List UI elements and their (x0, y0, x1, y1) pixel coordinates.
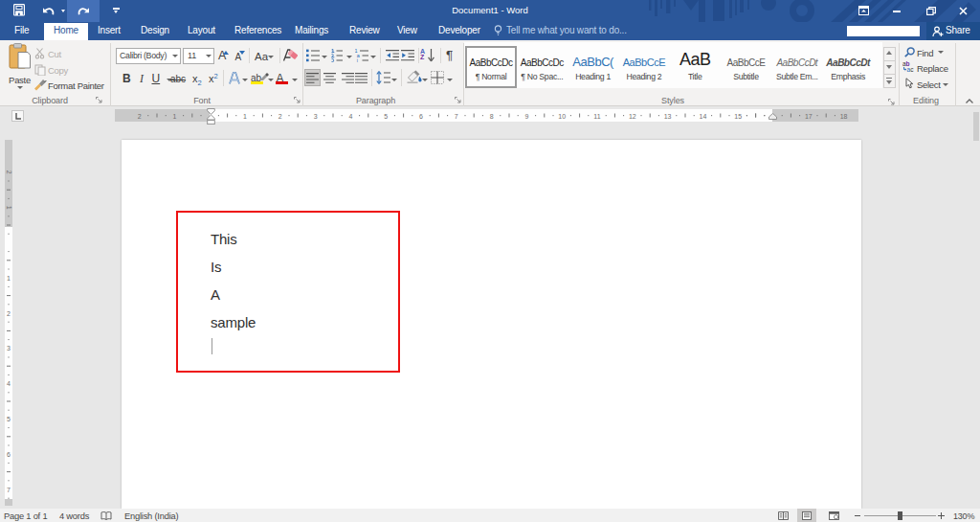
svg-text:2: 2 (138, 113, 142, 120)
svg-text:2: 2 (7, 310, 11, 317)
svg-text:17: 17 (805, 113, 813, 120)
svg-text:i: i (357, 57, 358, 62)
svg-text:7: 7 (455, 113, 458, 120)
svg-text:14: 14 (700, 113, 707, 120)
svg-text:10: 10 (558, 113, 566, 120)
svg-text:1: 1 (243, 113, 247, 120)
svg-text:4: 4 (348, 113, 352, 120)
svg-text:13: 13 (664, 113, 672, 120)
svg-text:8: 8 (490, 113, 494, 120)
svg-text:6: 6 (419, 113, 423, 120)
svg-text:2: 2 (5, 170, 11, 174)
svg-text:12: 12 (629, 113, 636, 120)
svg-text:18: 18 (840, 113, 848, 120)
svg-text:3: 3 (314, 113, 318, 120)
svg-text:11: 11 (593, 113, 600, 120)
svg-text:9: 9 (524, 113, 528, 120)
svg-text:1: 1 (7, 275, 11, 282)
svg-text:c: c (910, 66, 914, 73)
svg-text:3: 3 (7, 345, 11, 352)
svg-text:15: 15 (734, 113, 742, 120)
svg-text:2: 2 (278, 113, 282, 120)
svg-text:6: 6 (7, 451, 11, 458)
svg-text:5: 5 (7, 416, 11, 422)
svg-text:1: 1 (5, 206, 11, 210)
svg-text:4: 4 (7, 380, 11, 387)
svg-text:5: 5 (384, 113, 388, 120)
svg-text:1: 1 (172, 113, 176, 120)
svg-text:7: 7 (7, 487, 11, 493)
